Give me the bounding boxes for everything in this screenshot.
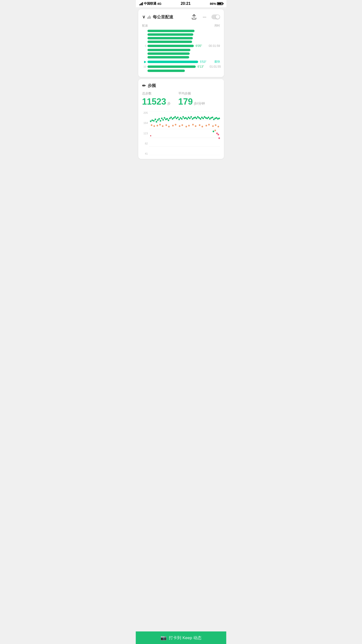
svg-point-29: [181, 118, 182, 120]
pace-bar: [147, 45, 194, 47]
pace-row: [142, 56, 220, 58]
avg-freq-label: 平均步频: [178, 91, 205, 96]
pace-row: [142, 52, 220, 55]
y-label-82: 82: [145, 142, 148, 145]
pace-value: 6'05": [196, 44, 206, 48]
pace-card: ∨ 每公里配速 ··· 配速 用时: [138, 9, 224, 77]
svg-point-75: [205, 125, 207, 126]
avg-freq-value: 179 步/分钟: [178, 96, 205, 107]
pace-bar-wrap: 6'05": [147, 44, 207, 48]
bottom-bar[interactable]: 📷 打卡到 Keep 动态: [136, 632, 226, 644]
svg-point-60: [156, 125, 158, 126]
scatter-svg: [149, 112, 220, 155]
pace-row: [142, 37, 220, 39]
svg-point-77: [212, 125, 214, 127]
avg-freq-number: 179: [178, 96, 193, 107]
chevron-down-icon[interactable]: ∨: [142, 14, 145, 20]
svg-point-31: [184, 118, 185, 119]
svg-point-79: [217, 126, 219, 128]
pace-bar: [147, 52, 190, 55]
y-label-123: 123: [143, 132, 148, 135]
svg-point-7: [151, 120, 153, 121]
pace-col-label: 配速: [142, 24, 148, 28]
svg-point-78: [215, 124, 216, 126]
svg-point-70: [188, 125, 189, 126]
pace-bar-wrap: [147, 40, 218, 43]
svg-point-66: [175, 124, 176, 126]
battery-percent: 86%: [210, 2, 216, 6]
more-button[interactable]: ···: [201, 13, 209, 21]
svg-point-85: [150, 135, 151, 136]
svg-point-52: [212, 117, 213, 118]
pace-row: 10 6'13" 01:01:55: [142, 65, 220, 68]
steps-card-header: ✏ 步频: [142, 83, 220, 88]
svg-point-74: [202, 126, 203, 128]
svg-point-24: [174, 116, 176, 118]
pace-bar: [147, 70, 185, 72]
network-label: 4G: [157, 2, 161, 6]
pace-bar: [147, 49, 190, 51]
svg-point-62: [162, 125, 163, 127]
svg-point-58: [151, 124, 152, 126]
svg-point-8: [153, 120, 154, 122]
scatter-chart: 205 164 123 82 41: [142, 112, 220, 155]
svg-point-50: [209, 118, 210, 120]
steps-card-title: ✏ 步频: [142, 83, 156, 88]
svg-point-57: [218, 118, 220, 119]
svg-point-23: [173, 117, 174, 119]
total-steps-number: 11523: [142, 96, 166, 107]
svg-point-61: [159, 124, 160, 126]
pace-row: [142, 33, 220, 36]
svg-point-38: [193, 117, 194, 119]
svg-point-18: [166, 118, 168, 120]
toggle-switch[interactable]: [211, 14, 220, 19]
svg-point-32: [185, 117, 186, 119]
pace-bar-wrap: [147, 52, 218, 55]
pace-bar-highlight: [147, 61, 198, 63]
svg-point-82: [216, 132, 217, 134]
svg-point-72: [195, 125, 196, 127]
steps-card: ✏ 步频 总步数 11523 步 平均步频 179 步/分钟 205 164 1…: [138, 79, 224, 159]
svg-point-25: [176, 118, 177, 119]
pencil-icon: ✏: [142, 83, 146, 88]
pace-bar: [147, 66, 196, 68]
avg-freq-stat: 平均步频 179 步/分钟: [178, 91, 205, 107]
svg-point-6: [150, 120, 151, 122]
svg-point-56: [217, 118, 218, 120]
svg-point-53: [213, 118, 214, 120]
svg-point-26: [177, 117, 178, 118]
pace-bar-wrap: 5'53": [147, 60, 212, 64]
share-button[interactable]: [190, 13, 198, 21]
y-label-164: 164: [143, 122, 148, 124]
y-label-41: 41: [145, 152, 148, 155]
pace-bar-wrap: [147, 30, 218, 32]
total-steps-stat: 总步数 11523 步: [142, 91, 171, 107]
pace-card-title: ∨ 每公里配速: [142, 14, 173, 20]
svg-point-13: [160, 120, 161, 122]
svg-point-71: [192, 124, 194, 126]
scatter-plot: [149, 112, 220, 155]
pace-bar-wrap: [147, 70, 218, 72]
bar-chart-icon: [147, 15, 151, 19]
pace-time: 01:01:55: [208, 65, 221, 68]
svg-point-73: [199, 124, 200, 126]
svg-point-64: [168, 126, 169, 128]
total-steps-value: 11523 步: [142, 96, 171, 107]
scatter-y-axis: 205 164 123 82 41: [142, 112, 149, 155]
status-bar: 中国联通 4G 20:21 86%: [136, 0, 226, 7]
pace-value-highlight: 5'53": [200, 60, 210, 64]
svg-point-10: [156, 121, 157, 123]
axis-label: ▶: [142, 60, 146, 64]
pace-bar-wrap: [147, 56, 218, 58]
carrier-label: 中国联通: [144, 2, 156, 6]
svg-point-33: [186, 118, 188, 120]
total-steps-unit: 步: [167, 102, 171, 106]
avg-freq-unit: 步/分钟: [194, 102, 205, 106]
pace-value: 6'13": [198, 65, 208, 68]
svg-point-20: [169, 118, 170, 119]
steps-title-text: 步频: [148, 83, 156, 88]
pace-bar: [147, 30, 195, 32]
bottom-bar-label: 打卡到 Keep 动态: [169, 635, 201, 640]
camera-icon: 📷: [160, 635, 167, 640]
svg-point-34: [188, 117, 189, 118]
